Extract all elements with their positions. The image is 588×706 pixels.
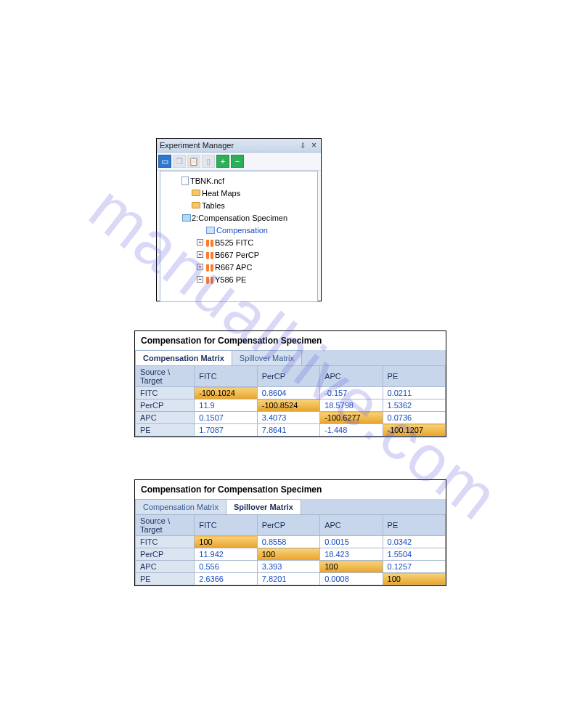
page-icon[interactable]: ▯ bbox=[202, 155, 215, 168]
remove-button[interactable]: − bbox=[231, 155, 244, 168]
expand-toggle-icon[interactable]: + bbox=[197, 251, 203, 258]
column-header: PE bbox=[383, 366, 445, 387]
table-row: APC0.15073.4073-100.62770.0736 bbox=[136, 412, 446, 424]
tab-compensation-matrix[interactable]: Compensation Matrix bbox=[135, 499, 226, 514]
pin-icon[interactable]: ⇩ bbox=[300, 142, 306, 150]
close-icon[interactable]: × bbox=[310, 140, 318, 150]
tab-bar: Compensation Matrix Spillover Matrix bbox=[135, 350, 446, 365]
column-header: PE bbox=[383, 515, 445, 536]
matrix-icon bbox=[206, 227, 215, 234]
table-title: Compensation for Compensation Specimen bbox=[135, 331, 446, 350]
cell: 18.423 bbox=[320, 548, 383, 561]
cell: -1.448 bbox=[320, 424, 383, 437]
cell: 7.8641 bbox=[257, 424, 319, 437]
row-header: APC bbox=[136, 412, 195, 424]
tree-item-label: TBNK.ncf bbox=[190, 176, 224, 185]
cell: -100.6277 bbox=[320, 412, 383, 424]
row-header: FITC bbox=[136, 536, 195, 548]
table-title: Compensation for Compensation Specimen bbox=[135, 480, 446, 499]
copy-icon[interactable]: ❐ bbox=[173, 155, 186, 168]
cell: 1.5362 bbox=[383, 399, 445, 412]
page-icon bbox=[181, 176, 189, 185]
spillover-matrix-panel: Compensation for Compensation Specimen C… bbox=[134, 479, 446, 586]
tab-bar: Compensation Matrix Spillover Matrix bbox=[135, 499, 446, 514]
cell: -0.157 bbox=[320, 387, 383, 399]
column-header: FITC bbox=[195, 515, 257, 536]
spillover-matrix-table: Source \ TargetFITCPerCPAPCPEFITC1000.85… bbox=[135, 514, 446, 585]
panel-titlebar: Experiment Manager ⇩ × bbox=[157, 139, 321, 153]
compensation-matrix-table: Source \ TargetFITCPerCPAPCPEFITC-100.10… bbox=[135, 365, 446, 437]
cell: 2.6366 bbox=[195, 573, 257, 585]
row-header: PerCP bbox=[136, 548, 195, 561]
cell: 0.0015 bbox=[320, 536, 383, 548]
cell: 0.8558 bbox=[257, 536, 319, 548]
tree-item[interactable]: Tables bbox=[163, 199, 314, 211]
cell: 0.1507 bbox=[195, 412, 257, 424]
tube-icon bbox=[206, 263, 213, 272]
cell: 0.0342 bbox=[383, 536, 445, 548]
corner-header: Source \ Target bbox=[136, 515, 195, 536]
table-row: FITC-100.10240.8604-0.1570.0211 bbox=[136, 387, 446, 399]
tree-item[interactable]: −2:Compensation Specimen bbox=[163, 211, 314, 224]
cell: 7.8201 bbox=[257, 573, 319, 585]
panel-icon bbox=[182, 214, 191, 222]
table-row: PE2.63667.82010.0008100 bbox=[136, 573, 446, 585]
column-header: APC bbox=[320, 366, 383, 387]
cell: 0.0008 bbox=[320, 573, 383, 585]
tree-item[interactable]: +B667 PerCP bbox=[163, 248, 314, 261]
table-row: PerCP11.9-100.852418.57981.5362 bbox=[136, 399, 446, 412]
corner-header: Source \ Target bbox=[136, 366, 195, 387]
tab-spillover-matrix[interactable]: Spillover Matrix bbox=[232, 350, 302, 365]
add-button[interactable]: + bbox=[216, 155, 229, 168]
toolbar-button-1[interactable]: ▭ bbox=[158, 155, 171, 168]
column-header: FITC bbox=[195, 366, 257, 387]
tab-spillover-matrix[interactable]: Spillover Matrix bbox=[226, 499, 301, 514]
cell: 11.942 bbox=[195, 548, 257, 561]
cell: 100 bbox=[320, 561, 383, 573]
tree-item[interactable]: Heat Maps bbox=[163, 187, 314, 199]
cell: -100.1207 bbox=[383, 424, 445, 437]
cell: 1.5504 bbox=[383, 548, 445, 561]
folder-icon bbox=[192, 190, 200, 196]
row-header: PE bbox=[136, 573, 195, 585]
cell: 0.0211 bbox=[383, 387, 445, 399]
expand-toggle-icon[interactable]: + bbox=[197, 264, 203, 270]
tab-compensation-matrix[interactable]: Compensation Matrix bbox=[135, 350, 232, 365]
tree-item-label: R667 APC bbox=[215, 263, 252, 272]
tree-item-label: Tables bbox=[202, 201, 225, 210]
tree-item-label: Heat Maps bbox=[202, 189, 240, 198]
tree-item[interactable]: Compensation bbox=[163, 224, 314, 236]
table-row: PE1.70877.8641-1.448-100.1207 bbox=[136, 424, 446, 437]
folder-icon bbox=[192, 202, 200, 208]
cell: 18.5798 bbox=[320, 399, 383, 412]
tree-item-label: Compensation bbox=[216, 226, 268, 235]
column-header: PerCP bbox=[257, 515, 319, 536]
table-row: FITC1000.85580.00150.0342 bbox=[136, 536, 446, 548]
cell: -100.8524 bbox=[257, 399, 319, 412]
panel-title: Experiment Manager bbox=[160, 141, 234, 150]
row-header: FITC bbox=[136, 387, 195, 399]
toolbar: ▭ ❐ 📋 ▯ + − bbox=[157, 153, 321, 171]
tree-item[interactable]: +B525 FITC bbox=[163, 236, 314, 248]
tube-icon bbox=[206, 238, 213, 247]
cell: 0.556 bbox=[195, 561, 257, 573]
compensation-matrix-panel: Compensation for Compensation Specimen C… bbox=[134, 330, 446, 437]
tube-icon bbox=[206, 251, 213, 259]
tree-item[interactable]: +Y586 PE bbox=[163, 273, 314, 285]
tube-icon bbox=[206, 275, 213, 284]
tree-item-label: 2:Compensation Specimen bbox=[192, 214, 287, 222]
cell: 1.7087 bbox=[195, 424, 257, 437]
paste-icon[interactable]: 📋 bbox=[187, 155, 200, 168]
tree-item-label: B667 PerCP bbox=[215, 251, 259, 259]
cell: 100 bbox=[195, 536, 257, 548]
expand-toggle-icon[interactable]: + bbox=[197, 276, 203, 283]
tree-item[interactable]: TBNK.ncf bbox=[163, 174, 314, 187]
tree-item[interactable]: +R667 APC bbox=[163, 261, 314, 273]
cell: -100.1024 bbox=[195, 387, 257, 399]
tree-item-label: B525 FITC bbox=[215, 238, 253, 247]
tree-view[interactable]: TBNK.ncfHeat MapsTables−2:Compensation S… bbox=[160, 171, 318, 302]
cell: 3.4073 bbox=[257, 412, 319, 424]
expand-toggle-icon[interactable]: + bbox=[197, 239, 203, 246]
column-header: APC bbox=[320, 515, 383, 536]
cell: 11.9 bbox=[195, 399, 257, 412]
